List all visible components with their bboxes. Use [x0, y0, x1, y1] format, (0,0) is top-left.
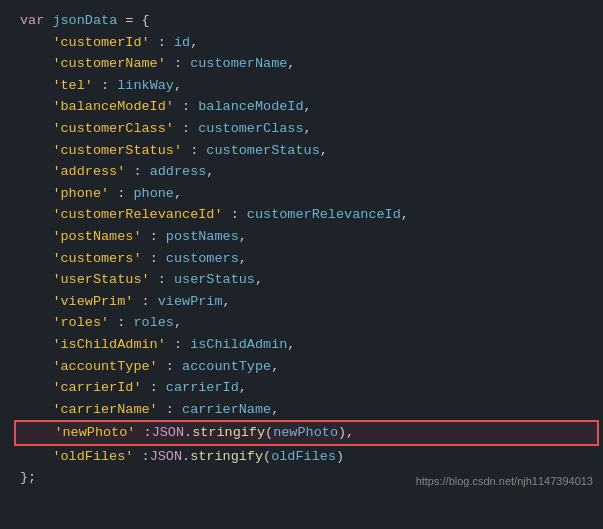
- watermark: https://blog.csdn.net/njh1147394013: [416, 473, 593, 491]
- code-line: 'customerStatus' : customerStatus,: [10, 140, 603, 162]
- code-line: 'customerRelevanceId' : customerRelevanc…: [10, 204, 603, 226]
- code-line: 'isChildAdmin' : isChildAdmin,: [10, 334, 603, 356]
- highlighted-line: 'newPhoto' :JSON.stringify(newPhoto),: [14, 420, 599, 446]
- var-keyword: var: [20, 10, 44, 32]
- code-line: 'customerName' : customerName,: [10, 53, 603, 75]
- code-editor: var jsonData = { 'customerId' : id, 'cus…: [0, 0, 603, 499]
- code-line: 'userStatus' : userStatus,: [10, 269, 603, 291]
- var-name: jsonData: [52, 10, 117, 32]
- code-line: 'customerId' : id,: [10, 32, 603, 54]
- code-line: 'oldFiles' :JSON.stringify(oldFiles): [10, 446, 603, 468]
- code-line: 'phone' : phone,: [10, 183, 603, 205]
- code-line: 'customers' : customers,: [10, 248, 603, 270]
- code-line: 'address' : address,: [10, 161, 603, 183]
- code-line: 'customerClass' : customerClass,: [10, 118, 603, 140]
- code-line: 'tel' : linkWay,: [10, 75, 603, 97]
- code-line: 'roles' : roles,: [10, 312, 603, 334]
- code-line: 'carrierName' : carrierName,: [10, 399, 603, 421]
- code-line: 'viewPrim' : viewPrim,: [10, 291, 603, 313]
- code-line: 'carrierId' : carrierId,: [10, 377, 603, 399]
- code-line: 'balanceModeId' : balanceModeId,: [10, 96, 603, 118]
- code-line-header: var jsonData = {: [10, 10, 603, 32]
- code-line: 'postNames' : postNames,: [10, 226, 603, 248]
- code-line: 'accountType' : accountType,: [10, 356, 603, 378]
